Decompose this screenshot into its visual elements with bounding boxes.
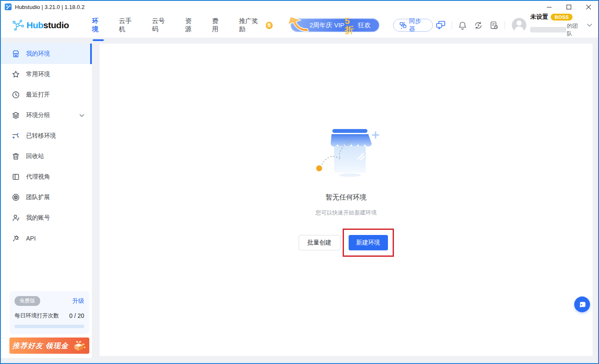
sidebar-item-transferred-environments[interactable]: 已转移环境 bbox=[1, 126, 92, 146]
transfer-icon bbox=[12, 132, 20, 140]
sidebar-item-recycle-bin[interactable]: 回收站 bbox=[1, 146, 92, 167]
update-button[interactable] bbox=[470, 19, 486, 32]
sidebar-item-my-account[interactable]: 我的账号 bbox=[1, 208, 92, 228]
sidebar-item-label: 环境分组 bbox=[26, 112, 50, 119]
main-nav: 环境 云手机 云号码 资源 费用 推广奖励$ bbox=[92, 15, 273, 36]
trash-icon bbox=[12, 153, 20, 160]
nav-tab-billing[interactable]: 费用 bbox=[212, 15, 224, 36]
empty-environment-illustration bbox=[308, 126, 385, 179]
close-button[interactable] bbox=[578, 1, 598, 13]
app-window: Hubstudio | 3.21.0 | 1.18.0.2 Hubstudio … bbox=[0, 0, 599, 364]
user-name: 未设置 bbox=[530, 13, 548, 21]
app-logo-icon bbox=[5, 3, 12, 10]
plan-badge: 免费版 bbox=[15, 296, 40, 306]
empty-state-title: 暂无任何环境 bbox=[326, 193, 367, 202]
hubstudio-logo: Hubstudio bbox=[12, 19, 69, 32]
sidebar-item-team-expansion[interactable]: 团队扩展 bbox=[1, 187, 92, 208]
log-icon bbox=[490, 21, 499, 30]
team-suffix: 的团队 bbox=[567, 22, 583, 38]
sidebar-item-environment-groups[interactable]: 环境分组 bbox=[1, 105, 92, 126]
sidebar-menu: 我的环境 常用环境 最近打开 bbox=[1, 44, 92, 249]
main-content: 暂无任何环境 您可以快速开始新建环境 批量创建 新建环境 bbox=[100, 44, 593, 356]
upgrade-link[interactable]: 升级 bbox=[72, 297, 84, 305]
sidebar-item-label: 我的账号 bbox=[26, 214, 50, 222]
coin-icon: $ bbox=[266, 22, 273, 29]
nav-tab-promotion-rewards[interactable]: 推广奖励$ bbox=[239, 15, 273, 36]
promo-text-1: 2周年庆 VIP bbox=[309, 21, 344, 29]
titlebar: Hubstudio | 3.21.0 | 1.18.0.2 bbox=[1, 1, 598, 13]
minimize-button[interactable] bbox=[539, 1, 559, 13]
sidebar: 我的环境 常用环境 最近打开 bbox=[1, 44, 92, 358]
sidebar-item-recently-opened[interactable]: 最近打开 bbox=[1, 85, 92, 105]
window-title: Hubstudio | 3.21.0 | 1.18.0.2 bbox=[15, 4, 85, 10]
empty-state: 暂无任何环境 您可以快速开始新建环境 批量创建 新建环境 bbox=[299, 126, 394, 257]
nav-tab-resources[interactable]: 资源 bbox=[185, 15, 197, 36]
star-icon bbox=[12, 70, 20, 78]
promo-text-2: 狂欢 bbox=[358, 21, 371, 29]
promo-highlight: 5折 bbox=[345, 16, 358, 34]
user-account-menu[interactable]: 未设置 BOSS 的团队 bbox=[512, 13, 598, 38]
sidebar-item-label: 常用环境 bbox=[26, 70, 50, 78]
anniversary-promo-banner[interactable]: 2周年庆 VIP5折狂欢 bbox=[291, 18, 379, 32]
quota-value: 0 / 20 bbox=[69, 312, 84, 319]
quota-label: 每日环境打开次数 bbox=[15, 312, 59, 320]
promo-arrow-icon bbox=[287, 16, 309, 34]
plan-card: 免费版 升级 每日环境打开次数 0 / 20 bbox=[9, 291, 89, 334]
chat-bubble-icon bbox=[578, 301, 586, 308]
referral-text: 推荐好友 领现金 bbox=[12, 341, 69, 351]
nav-tab-environment[interactable]: 环境 bbox=[92, 15, 104, 36]
sidebar-item-label: 我的环境 bbox=[26, 50, 50, 58]
batch-create-button[interactable]: 批量创建 bbox=[299, 235, 341, 250]
chevron-down-icon bbox=[79, 114, 84, 117]
sidebar-item-label: 最近打开 bbox=[26, 91, 50, 99]
body: 我的环境 常用环境 最近打开 bbox=[1, 38, 598, 363]
sidebar-item-my-environments[interactable]: 我的环境 bbox=[1, 44, 92, 64]
quota-progress-bar bbox=[15, 325, 84, 328]
maximize-button[interactable] bbox=[559, 1, 578, 13]
cube-icon bbox=[12, 194, 20, 201]
empty-state-subtitle: 您可以快速开始新建环境 bbox=[316, 209, 377, 217]
sidebar-item-proxy-view[interactable]: 代理视角 bbox=[1, 167, 92, 187]
customer-service-button[interactable] bbox=[574, 296, 590, 312]
sync-label: 同步器 bbox=[409, 18, 426, 33]
sidebar-bottom: 免费版 升级 每日环境打开次数 0 / 20 推荐好友 领现金 bbox=[1, 291, 92, 358]
boss-badge: BOSS bbox=[551, 14, 573, 21]
header-divider bbox=[452, 21, 452, 29]
logo-text-studio: studio bbox=[43, 20, 69, 30]
synchronizer-button[interactable]: 同步器 bbox=[393, 19, 433, 32]
redacted-team-name bbox=[530, 27, 566, 32]
header: Hubstudio 环境 云手机 云号码 资源 费用 推广奖励$ 2周年庆 VI… bbox=[1, 13, 598, 38]
notifications-button[interactable] bbox=[455, 19, 470, 32]
sidebar-item-label: 回收站 bbox=[26, 153, 44, 160]
create-environment-button[interactable]: 新建环境 bbox=[349, 235, 388, 250]
proxy-view-icon bbox=[12, 173, 20, 181]
nav-tab-cloud-number[interactable]: 云号码 bbox=[152, 15, 170, 36]
sidebar-item-label: API bbox=[26, 235, 36, 242]
annotation-red-box: 新建环境 bbox=[343, 229, 394, 257]
header-divider bbox=[505, 21, 505, 29]
layers-icon bbox=[12, 112, 20, 119]
sidebar-item-label: 已转移环境 bbox=[26, 132, 56, 140]
multi-window-button[interactable] bbox=[433, 19, 449, 32]
sidebar-item-favorite-environments[interactable]: 常用环境 bbox=[1, 64, 92, 85]
api-icon bbox=[12, 235, 20, 242]
update-icon bbox=[474, 21, 483, 30]
bell-icon bbox=[458, 21, 467, 30]
sidebar-item-label: 代理视角 bbox=[26, 173, 50, 181]
avatar bbox=[512, 18, 526, 32]
logo-network-icon bbox=[12, 19, 25, 32]
empty-state-actions: 批量创建 新建环境 bbox=[299, 229, 394, 257]
sync-icon bbox=[399, 22, 407, 29]
chevron-down-icon bbox=[587, 23, 592, 27]
sidebar-item-label: 团队扩展 bbox=[26, 194, 50, 201]
sidebar-item-api[interactable]: API bbox=[1, 228, 92, 249]
logo-text-hub: Hub bbox=[26, 20, 43, 30]
operation-log-button[interactable] bbox=[486, 19, 502, 32]
clock-icon bbox=[12, 91, 20, 99]
account-icon bbox=[12, 214, 20, 222]
referral-banner[interactable]: 推荐好友 领现金 bbox=[9, 338, 89, 354]
store-icon bbox=[12, 50, 20, 58]
gift-box-icon bbox=[72, 339, 86, 352]
nav-tab-cloud-phone[interactable]: 云手机 bbox=[119, 15, 137, 36]
